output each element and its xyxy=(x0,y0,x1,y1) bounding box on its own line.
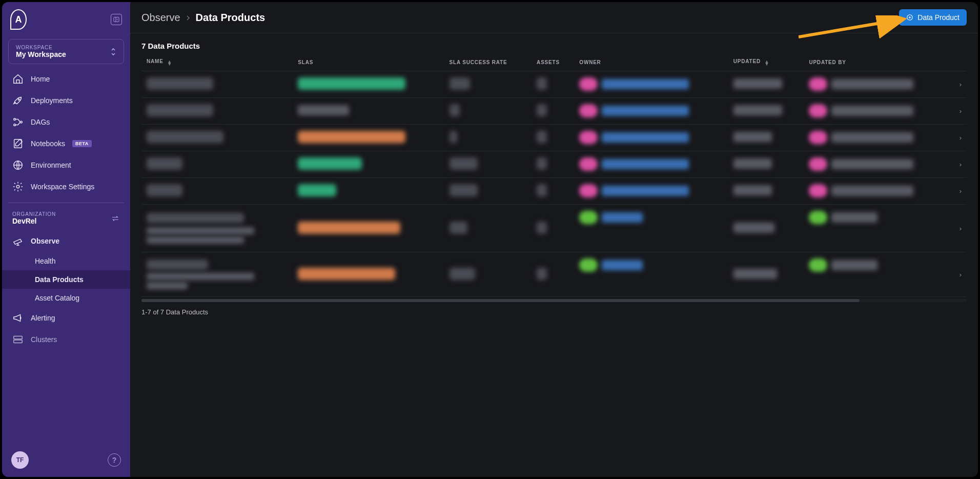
col-sla-success[interactable]: SLA SUCCESS RATE xyxy=(444,54,532,71)
help-button[interactable]: ? xyxy=(108,453,121,467)
org-caption: ORGANIZATION xyxy=(12,211,56,217)
sidebar: A WORKSPACE My Workspace Home Deployme xyxy=(2,2,130,477)
sidebar-item-deployments[interactable]: Deployments xyxy=(2,90,130,111)
svg-rect-8 xyxy=(14,336,23,340)
workspace-caption: WORKSPACE xyxy=(16,45,66,50)
chevron-right-icon: › xyxy=(951,98,967,125)
sidebar-item-home[interactable]: Home xyxy=(2,68,130,90)
sidebar-item-clusters[interactable]: Clusters xyxy=(2,329,130,350)
sidebar-item-workspace-settings[interactable]: Workspace Settings xyxy=(2,176,130,197)
sidebar-item-alerting[interactable]: Alerting xyxy=(2,307,130,329)
chevron-right-icon: › xyxy=(951,125,967,151)
chevron-right-icon: › xyxy=(951,205,967,252)
sidebar-item-notebooks[interactable]: Notebooks BETA xyxy=(2,133,130,154)
svg-point-7 xyxy=(16,185,19,188)
app-logo: A xyxy=(10,9,27,30)
user-initials: TF xyxy=(16,456,24,464)
home-icon xyxy=(12,73,24,85)
table-row[interactable]: › xyxy=(141,98,967,125)
sidebar-item-label: Data Products xyxy=(35,275,84,284)
svg-point-4 xyxy=(21,121,23,123)
workspace-name: My Workspace xyxy=(16,50,66,58)
user-avatar[interactable]: TF xyxy=(11,451,29,469)
breadcrumb: Observe Data Products xyxy=(141,12,265,24)
main-content: Observe Data Products Data Product 7 Dat… xyxy=(130,2,978,477)
button-label: Data Product xyxy=(917,13,959,22)
sidebar-item-label: Workspace Settings xyxy=(31,183,94,191)
breadcrumb-root[interactable]: Observe xyxy=(141,12,180,24)
workspace-selector[interactable]: WORKSPACE My Workspace xyxy=(8,39,124,64)
result-range: 1-7 of 7 Data Products xyxy=(141,308,967,316)
notebook-icon xyxy=(12,138,24,149)
sidebar-item-label: Clusters xyxy=(31,335,57,344)
col-name[interactable]: NAME ▲▼ xyxy=(141,54,293,71)
org-name: DevRel xyxy=(12,217,56,225)
gear-icon xyxy=(12,181,24,192)
svg-point-2 xyxy=(14,118,16,121)
chevron-right-icon: › xyxy=(951,151,967,178)
globe-icon xyxy=(12,159,24,171)
sidebar-item-label: Health xyxy=(35,257,55,265)
sidebar-item-label: Alerting xyxy=(31,314,55,322)
topbar: Observe Data Products Data Product xyxy=(130,2,978,33)
sidebar-item-label: Home xyxy=(31,75,50,83)
sidebar-item-label: DAGs xyxy=(31,118,50,126)
result-count: 7 Data Products xyxy=(141,42,967,50)
sidebar-item-health[interactable]: Health xyxy=(2,252,130,270)
table-row[interactable]: › xyxy=(141,71,967,98)
org-header[interactable]: ORGANIZATION DevRel xyxy=(2,208,130,227)
table-row[interactable]: › xyxy=(141,178,967,205)
sort-icon: ▲▼ xyxy=(167,61,172,66)
sidebar-item-label: Deployments xyxy=(31,96,73,105)
telescope-icon xyxy=(12,235,24,247)
cluster-icon xyxy=(12,334,24,345)
swap-icon xyxy=(111,214,120,223)
col-owner[interactable]: OWNER xyxy=(574,54,728,71)
chevron-right-icon xyxy=(186,12,191,24)
breadcrumb-leaf: Data Products xyxy=(196,12,266,24)
svg-rect-9 xyxy=(14,340,23,343)
table-row[interactable]: › xyxy=(141,125,967,151)
table-row[interactable]: › xyxy=(141,252,967,297)
sidebar-item-dags[interactable]: DAGs xyxy=(2,111,130,133)
megaphone-icon xyxy=(12,312,24,324)
sidebar-item-data-products[interactable]: Data Products xyxy=(2,270,130,289)
col-updated[interactable]: UPDATED ▲▼ xyxy=(728,54,804,71)
svg-point-3 xyxy=(14,124,16,126)
table-row[interactable]: › xyxy=(141,151,967,178)
col-slas[interactable]: SLAS xyxy=(293,54,444,71)
data-products-table: NAME ▲▼ SLAS SLA SUCCESS RATE ASSETS OWN… xyxy=(141,54,967,297)
col-updated-by[interactable]: UPDATED BY xyxy=(804,54,951,71)
col-assets[interactable]: ASSETS xyxy=(532,54,574,71)
sidebar-item-environment[interactable]: Environment xyxy=(2,154,130,176)
sidebar-item-observe[interactable]: Observe xyxy=(2,230,130,252)
sidebar-item-label: Environment xyxy=(31,161,71,169)
horizontal-scrollbar[interactable] xyxy=(141,299,967,302)
collapse-sidebar-button[interactable] xyxy=(111,14,122,25)
sort-icon: ▲▼ xyxy=(765,61,770,66)
sidebar-item-asset-catalog[interactable]: Asset Catalog xyxy=(2,289,130,307)
table-row[interactable]: › xyxy=(141,205,967,252)
sidebar-item-label: Asset Catalog xyxy=(35,294,79,302)
sidebar-item-label: Notebooks xyxy=(31,139,65,148)
new-data-product-button[interactable]: Data Product xyxy=(899,9,967,26)
rocket-icon xyxy=(12,95,24,106)
dag-icon xyxy=(12,116,24,128)
beta-badge: BETA xyxy=(72,140,92,147)
chevron-right-icon: › xyxy=(951,252,967,297)
sidebar-item-label: Observe xyxy=(31,237,59,245)
plus-circle-icon xyxy=(906,14,913,21)
chevron-right-icon: › xyxy=(951,178,967,205)
chevron-right-icon: › xyxy=(951,71,967,98)
updown-chevron-icon xyxy=(110,48,116,56)
svg-point-1 xyxy=(18,99,19,101)
nav-divider xyxy=(8,203,124,203)
svg-rect-0 xyxy=(114,17,119,22)
